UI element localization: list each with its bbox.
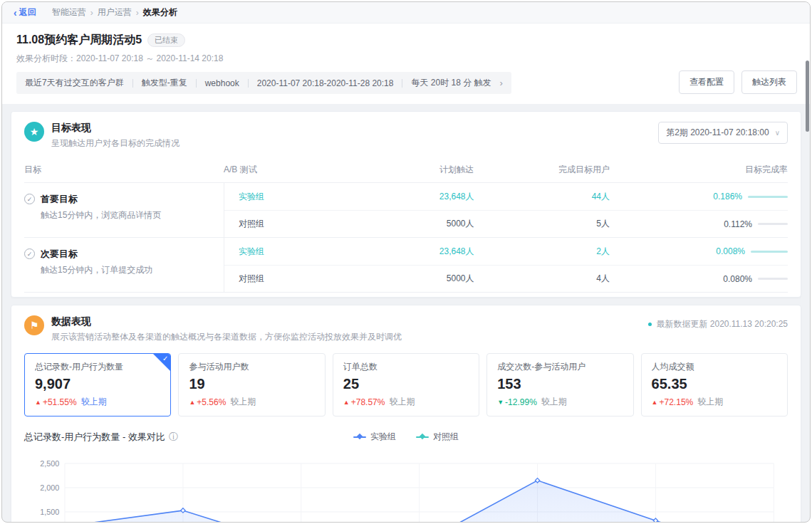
main-content: ★ 目标表现 呈现触达用户对各目标的完成情况 第2期 2020-11-07 20… — [2, 104, 810, 523]
breadcrumb-separator: › — [90, 8, 93, 18]
kpi-card-active-users[interactable]: ✓ 参与活动用户数 19 ▲+5.56%较上期 — [178, 353, 325, 416]
table-row: 对照组 5000人 4人 0.080% — [224, 265, 788, 292]
data-section-subtitle: 展示该营销活动整体及各渠道的触达概况与各渠道数据，方便你监控活动投放效果并及时调… — [51, 331, 402, 343]
kpi-card-avg-deal-amount[interactable]: ✓ 人均成交额 65.35 ▲+72.15%较上期 — [641, 353, 788, 416]
completion-rate-value: 0.008% — [716, 246, 745, 256]
breadcrumb-item-current: 效果分析 — [143, 6, 177, 19]
goal-table-header: 目标 A/B 测试 计划触达 完成目标用户 目标完成率 — [24, 158, 788, 183]
completion-rate-value: 0.080% — [723, 274, 752, 284]
reach-list-button[interactable]: 触达列表 — [741, 70, 797, 94]
trend-arrow-icon: ▲ — [35, 399, 41, 406]
kpi-delta: +5.56% — [197, 397, 226, 407]
kpi-card-behavior-records[interactable]: ✓ 总记录数-用户行为数量 9,907 ▲+51.55%较上期 — [24, 353, 171, 416]
trend-arrow-icon: ▲ — [189, 399, 195, 406]
planned-reach-value: 23,648人 — [338, 246, 474, 258]
app-window: ‹ 返回 智能运营 › 用户运营 › 效果分析 11.08预约客户周期活动5 已… — [1, 1, 811, 523]
ab-group-link[interactable]: 实验组 — [224, 246, 338, 258]
kpi-value: 65.35 — [652, 376, 777, 392]
completion-rate-value: 0.112% — [724, 219, 752, 229]
back-button[interactable]: ‹ 返回 — [14, 6, 36, 19]
kpi-label: 订单总数 — [343, 361, 469, 373]
kpi-cards-row: ✓ 总记录数-用户行为数量 9,907 ▲+51.55%较上期 ✓ 参与活动用户… — [24, 353, 788, 416]
ab-group-label: 对照组 — [224, 218, 338, 230]
legend-label: 实验组 — [370, 431, 396, 443]
breadcrumb: ‹ 返回 智能运营 › 用户运营 › 效果分析 — [2, 2, 810, 23]
campaign-summary-bar[interactable]: 最近7天有过交互的客户群 触发型-重复 webhook 2020-11-07 2… — [16, 72, 511, 94]
kpi-delta: -12.99% — [505, 397, 537, 407]
period-selector[interactable]: 第2期 2020-11-07 20:18:00 ∨ — [658, 122, 788, 144]
col-goal: 目标 — [24, 164, 224, 176]
goal-performance-card: ★ 目标表现 呈现触达用户对各目标的完成情况 第2期 2020-11-07 20… — [11, 111, 801, 298]
circle-check-icon: ✓ — [24, 248, 35, 259]
compare-label: 较上期 — [697, 396, 723, 408]
expand-icon[interactable]: › — [499, 78, 502, 88]
completion-rate-value: 0.186% — [713, 192, 742, 201]
circle-check-icon: ✓ — [24, 194, 35, 204]
breadcrumb-item-2[interactable]: 用户运营 — [98, 6, 132, 19]
kpi-card-deals[interactable]: ✓ 成交次数-参与活动用户 153 ▼-12.99%较上期 — [486, 353, 633, 416]
ab-group-label: 对照组 — [224, 273, 338, 285]
divider — [196, 79, 197, 88]
breadcrumb-item-1[interactable]: 智能运营 — [52, 6, 86, 19]
svg-text:2,500: 2,500 — [40, 459, 59, 468]
goal-section-subtitle: 呈现触达用户对各目标的完成情况 — [51, 137, 179, 150]
svg-text:2,000: 2,000 — [40, 483, 59, 492]
col-ab-test: A/B 测试 — [224, 164, 338, 176]
data-update-time: 最新数据更新 2020.11.13 20:20:25 — [648, 318, 788, 330]
line-marker-icon — [353, 436, 366, 438]
compare-label: 较上期 — [541, 396, 567, 408]
flag-icon: ⚑ — [30, 320, 39, 331]
channel: webhook — [205, 78, 239, 88]
legend-item-control[interactable]: 对照组 — [416, 431, 459, 443]
divider — [132, 79, 133, 88]
divider — [402, 79, 402, 88]
dot-icon — [648, 323, 652, 326]
scrollbar-thumb[interactable] — [806, 61, 809, 132]
goal-name: 次要目标 — [41, 248, 152, 261]
planned-reach-value: 23,648人 — [338, 191, 474, 203]
diamond-marker-icon — [420, 434, 425, 439]
table-row: 对照组 5000人 5人 0.112% — [224, 210, 788, 237]
kpi-value: 9,907 — [35, 376, 160, 392]
goal-desc: 触达15分钟内，浏览商品详情页 — [41, 209, 161, 221]
back-label: 返回 — [19, 6, 36, 19]
status-badge: 已结束 — [147, 33, 185, 47]
kpi-card-orders[interactable]: ✓ 订单总数 25 ▲+78.57%较上期 — [333, 353, 479, 416]
data-section-title: 数据表现 — [51, 315, 402, 328]
data-performance-card: ⚑ 数据表现 展示该营销活动整体及各渠道的触达概况与各渠道数据，方便你监控活动投… — [11, 305, 801, 523]
completed-users-value: 4人 — [474, 273, 610, 285]
line-chart[interactable]: 05001,0001,5002,0002,5002020-11-072020-1… — [24, 454, 788, 523]
audience-segment: 最近7天有过交互的客户群 — [25, 77, 124, 89]
info-icon[interactable]: ⓘ — [169, 431, 178, 444]
kpi-value: 153 — [497, 376, 623, 392]
analysis-period: 效果分析时段：2020-11-07 20:18 ～ 2020-11-14 20:… — [16, 53, 796, 65]
completed-users-value: 44人 — [474, 191, 610, 203]
goal-desc: 触达15分钟内，订单提交成功 — [41, 264, 152, 276]
rate-bar — [751, 251, 788, 253]
goal-section-icon: ★ — [24, 122, 44, 142]
legend-item-experiment[interactable]: 实验组 — [353, 431, 396, 443]
trigger-type: 触发型-重复 — [142, 77, 187, 89]
rate-bar — [748, 196, 788, 198]
kpi-label: 参与活动用户数 — [189, 361, 314, 373]
ab-group-link[interactable]: 实验组 — [224, 191, 338, 203]
compare-label: 较上期 — [230, 396, 256, 408]
completed-users-value: 5人 — [474, 218, 610, 230]
page-header: 11.08预约客户周期活动5 已结束 效果分析时段：2020-11-07 20:… — [2, 23, 810, 104]
comparison-chart-block: 总记录数-用户行为数量 - 效果对比 ⓘ 实验组 对照组 05001,0001,… — [24, 431, 788, 523]
data-section-icon: ⚑ — [24, 315, 44, 335]
trend-arrow-icon: ▲ — [343, 399, 350, 406]
trigger-schedule: 每天 20时 18 分 触发 — [411, 77, 491, 89]
compare-link[interactable]: 较上期 — [81, 396, 107, 408]
kpi-value: 19 — [189, 376, 314, 392]
view-config-button[interactable]: 查看配置 — [679, 70, 734, 94]
chevron-down-icon: ∨ — [775, 129, 780, 137]
kpi-label: 总记录数-用户行为数量 — [35, 361, 160, 373]
table-row: 实验组 23,648人 44人 0.186% — [224, 183, 788, 210]
kpi-delta: +51.55% — [43, 397, 77, 407]
rate-bar — [758, 278, 788, 280]
svg-text:1,500: 1,500 — [40, 508, 59, 516]
trend-arrow-icon: ▲ — [652, 399, 658, 406]
chart-title: 总记录数-用户行为数量 - 效果对比 — [24, 431, 165, 444]
kpi-delta: +72.15% — [660, 397, 694, 407]
